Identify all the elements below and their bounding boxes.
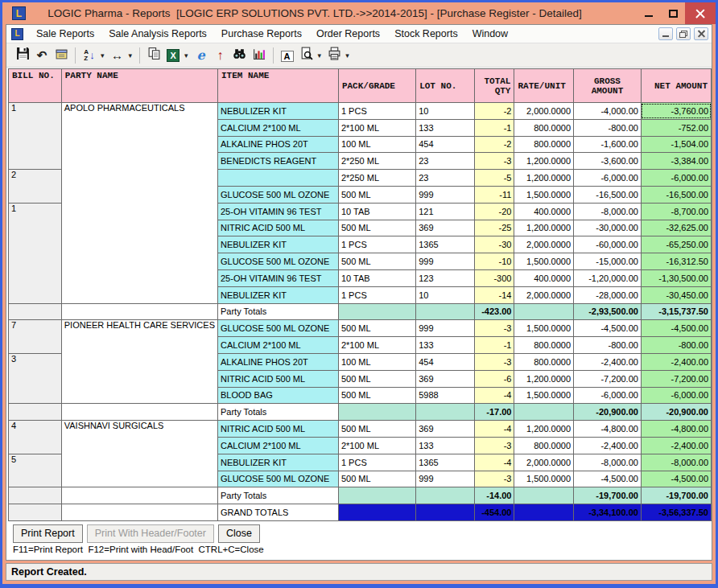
item-cell[interactable]: NEBULIZER KIT [218,454,339,471]
item-cell[interactable]: NEBULIZER KIT [218,103,339,120]
rate-cell[interactable]: 1,200.0000 [514,153,574,170]
pack-cell[interactable]: 1 PCS [338,454,415,471]
rate-cell[interactable]: 400.0000 [514,269,574,286]
pack-cell[interactable] [338,504,415,521]
party-totals-qty[interactable]: -423.00 [474,303,514,320]
net-cell[interactable]: -800.00 [641,337,711,354]
journal-button[interactable] [52,46,71,65]
gross-cell[interactable]: -4,500.00 [574,320,642,337]
col-header-rate[interactable]: RATE/UNIT [514,69,574,103]
lot-cell[interactable]: 454 [416,136,475,153]
gross-cell[interactable]: -8,000.00 [574,203,642,220]
lot-cell[interactable]: 999 [416,471,475,487]
rate-cell[interactable]: 1,500.0000 [514,387,574,404]
gross-cell[interactable]: -2,400.00 [574,437,642,454]
party-totals-gross[interactable]: -2,93,500.00 [574,303,642,320]
item-cell[interactable]: CALCIUM 2*100 ML [218,119,339,136]
pack-cell[interactable]: 100 ML [338,136,415,153]
pack-cell[interactable]: 500 ML [338,370,415,387]
gross-cell[interactable]: -1,600.00 [574,136,642,153]
rate-cell[interactable]: 1,500.0000 [514,253,574,270]
qty-cell[interactable]: -4 [474,421,514,438]
mdi-system-menu-icon[interactable]: L [11,28,23,40]
upload-button[interactable]: ↑ [211,46,230,65]
pack-cell[interactable]: 1 PCS [338,286,415,303]
item-cell[interactable]: GLUCOSE 500 ML OZONE [218,253,339,270]
menu-item-sale-analysis-reports[interactable]: Sale Analysis Reports [101,25,214,43]
undo-button[interactable]: ↶ [32,46,52,65]
rate-cell[interactable]: 2,000.0000 [514,103,574,120]
mdi-close-button[interactable] [694,27,708,40]
net-cell[interactable]: -3,760.00 [641,103,711,120]
net-cell[interactable]: -2,400.00 [641,353,711,370]
party-cell[interactable] [61,504,217,521]
gross-cell[interactable]: -7,200.00 [574,370,642,387]
net-cell[interactable]: -2,400.00 [641,437,711,454]
lot-cell[interactable]: 121 [416,203,475,220]
party-cell[interactable] [61,404,217,421]
party-totals-qty[interactable]: -14.00 [474,487,514,504]
net-cell[interactable]: -65,250.00 [641,236,711,253]
pack-cell[interactable]: 500 ML [338,387,415,404]
pack-cell[interactable]: 500 ML [338,253,415,270]
pack-cell[interactable]: 1 PCS [338,236,415,253]
rate-cell[interactable]: 800.0000 [514,337,574,354]
print-preview-button[interactable] [297,46,316,65]
bar-chart-button[interactable] [250,46,269,65]
net-cell[interactable]: -8,700.00 [641,203,711,220]
menu-item-sale-reports[interactable]: Sale Reports [29,25,101,43]
party-totals-qty[interactable]: -17.00 [474,404,514,421]
col-header-qty[interactable]: TOTAL QTY [474,69,514,103]
gross-cell[interactable]: -16,500.00 [574,186,642,203]
rate-cell[interactable]: 800.0000 [514,119,574,136]
item-cell[interactable]: NITRIC ACID 500 ML [218,370,339,387]
pack-cell[interactable] [338,303,415,320]
item-cell[interactable]: CALCIUM 2*100 ML [218,337,339,354]
net-cell[interactable]: -7,200.00 [641,370,711,387]
bill-cell[interactable]: 2 [9,170,62,204]
item-cell[interactable]: NITRIC ACID 500 ML [218,220,339,236]
pack-cell[interactable] [338,404,415,421]
qty-cell[interactable]: -3 [474,471,514,487]
menu-item-window[interactable]: Window [465,25,515,43]
rate-cell[interactable]: 1,200.0000 [514,421,574,438]
menu-item-stock-reports[interactable]: Stock Reports [387,25,465,43]
bill-cell[interactable]: 5 [9,454,62,487]
rate-cell[interactable] [514,303,574,320]
item-cell[interactable] [218,170,339,187]
print-dropdown-arrow[interactable]: ▾ [345,51,349,60]
net-cell[interactable]: -32,625.00 [641,220,711,236]
qty-cell[interactable]: -3 [474,153,514,170]
pack-cell[interactable]: 2*100 ML [338,337,415,354]
party-cell[interactable]: APOLO PHARMACEUTICALS [61,103,217,304]
maximize-button[interactable] [661,2,685,24]
bill-cell[interactable] [9,504,62,521]
party-totals-label[interactable]: Party Totals [218,404,339,421]
gross-cell[interactable]: -8,000.00 [574,454,642,471]
col-header-gross[interactable]: GROSS AMOUNT [574,69,642,103]
qty-cell[interactable]: -4 [474,387,514,404]
net-cell[interactable]: -6,000.00 [641,170,711,187]
item-cell[interactable]: NEBULIZER KIT [218,286,339,303]
bill-cell[interactable] [9,404,62,421]
lot-cell[interactable]: 1365 [416,236,475,253]
party-totals-gross[interactable]: -19,700.00 [574,487,642,504]
net-cell[interactable]: -6,000.00 [641,387,711,404]
lot-cell[interactable]: 133 [416,337,475,354]
rate-cell[interactable]: 1,200.0000 [514,370,574,387]
lot-cell[interactable]: 10 [416,103,475,120]
grand-totals-label[interactable]: GRAND TOTALS [218,504,339,521]
party-totals-net[interactable]: -3,15,737.50 [641,303,711,320]
pack-cell[interactable]: 500 ML [338,186,415,203]
net-cell[interactable]: -4,500.00 [641,471,711,487]
party-cell[interactable] [61,487,217,504]
net-cell[interactable]: -30,450.00 [641,286,711,303]
item-cell[interactable]: ALKALINE PHOS 20T [218,136,339,153]
item-cell[interactable]: BENEDICTS REAGENT [218,153,339,170]
bill-cell[interactable]: 1 [9,203,62,303]
lot-cell[interactable] [416,504,475,521]
export-excel-dropdown-arrow[interactable]: ▾ [184,51,188,60]
mdi-restore-button[interactable] [676,27,691,40]
column-width-dropdown-arrow[interactable]: ▾ [129,51,133,60]
lot-cell[interactable]: 5988 [416,387,475,404]
